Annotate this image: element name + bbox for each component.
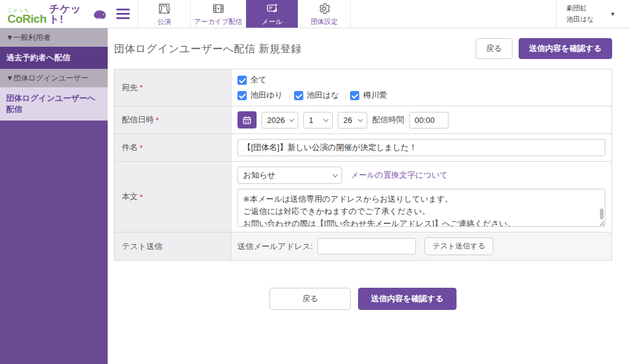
chevron-down-icon [332, 172, 337, 177]
test-send-button[interactable]: テスト送信する [425, 237, 493, 255]
recipient-checkbox-user-2[interactable]: 池田はな [294, 90, 340, 101]
chevron-down-icon [323, 117, 328, 122]
confirm-send-button-top[interactable]: 送信内容を確認する [519, 38, 612, 59]
checkbox-checked-icon[interactable] [237, 76, 247, 85]
template-select[interactable]: お知らせ [237, 167, 342, 184]
film-icon [212, 2, 225, 15]
user-group-name: 劇団虹 [567, 3, 594, 14]
body-row: 本文* お知らせ メールの置換文字について ※本メールは送信専用のアドレスからお… [114, 162, 612, 232]
mail-icon [265, 2, 279, 15]
textarea-scrollbar-thumb[interactable] [600, 208, 604, 220]
required-mark: * [140, 143, 143, 152]
calendar-picker-button[interactable] [237, 111, 257, 129]
main-nav: 公演 アーカイブ配信 メール 団体設定 [138, 0, 351, 28]
checkbox-checked-icon[interactable] [350, 91, 359, 100]
recipient-checkbox-user-3[interactable]: 樽川愛 [350, 90, 387, 101]
tab-performances[interactable]: 公演 [138, 0, 191, 28]
test-send-label: テスト送信 [114, 232, 231, 260]
body-textarea[interactable]: ※本メールは送信専用のアドレスからお送りしています。 ご返信には対応できかねます… [237, 189, 605, 227]
chevron-down-icon [289, 117, 294, 122]
datetime-row: 配信日時* 2026 [114, 106, 612, 134]
top-bar: こりっち CoRich チケット! 公演 [0, 0, 630, 28]
tab-label: 公演 [158, 17, 171, 26]
tab-label: アーカイブ配信 [194, 17, 242, 26]
month-select[interactable]: 1 [303, 112, 333, 129]
subject-row: 件名* [114, 134, 612, 162]
checkbox-checked-icon[interactable] [237, 91, 247, 100]
logo-product: チケット! [49, 4, 89, 25]
tab-label: 団体設定 [311, 17, 338, 26]
calendar-icon [242, 115, 252, 125]
recipient-checkbox-user-1[interactable]: 池田ゆり [237, 90, 283, 101]
curtain-icon [158, 2, 171, 15]
tab-mail[interactable]: メール [246, 0, 298, 28]
main-content: 団体ログインユーザーへ配信 新規登録 戻る 送信内容を確認する 宛先* [108, 28, 630, 364]
page-title: 団体ログインユーザーへ配信 新規登録 [114, 42, 302, 56]
dropdown-caret-icon: ▼ [610, 11, 616, 17]
sidebar-section-group-login-users: ▼団体ログインユーザー [0, 69, 108, 87]
recipient-label: 宛先* [114, 69, 231, 106]
datetime-label: 配信日時* [114, 106, 231, 133]
back-button-top[interactable]: 戻る [476, 38, 512, 59]
user-name: 池田はな [567, 14, 594, 25]
year-select[interactable]: 2026 [261, 112, 298, 129]
test-email-label: 送信メールアドレス: [237, 241, 313, 252]
replacement-chars-link[interactable]: メールの置換文字について [351, 170, 448, 181]
mascot-hedgehog-icon [93, 8, 108, 20]
day-select[interactable]: 26 [338, 112, 367, 129]
sidebar-item-past-reservers[interactable]: 過去予約者へ配信 [0, 47, 108, 69]
sidebar: ▼一般利用者 過去予約者へ配信 ▼団体ログインユーザー 団体ログインユーザーへ配… [0, 28, 108, 364]
hamburger-menu-button[interactable] [108, 0, 138, 28]
checkbox-checked-icon[interactable] [294, 91, 303, 100]
required-mark: * [156, 116, 159, 125]
corich-logo[interactable]: こりっち CoRich チケット! [0, 0, 108, 28]
back-button-bottom[interactable]: 戻る [269, 288, 351, 310]
tab-group-settings[interactable]: 団体設定 [298, 0, 351, 28]
delivery-time-label: 配信時間 [372, 114, 404, 125]
test-email-input[interactable] [317, 238, 416, 255]
required-mark: * [140, 192, 143, 202]
confirm-send-button-bottom[interactable]: 送信内容を確認する [358, 288, 457, 310]
tab-archive-streaming[interactable]: アーカイブ配信 [191, 0, 246, 28]
logo-brand: CoRich [7, 12, 47, 25]
sidebar-item-group-login-users-delivery[interactable]: 団体ログインユーザーへ配信 [0, 87, 108, 121]
gear-icon [317, 2, 331, 15]
body-label: 本文* [114, 162, 231, 232]
delivery-form: 宛先* 全て 池田ゆり [114, 69, 612, 261]
test-send-row: テスト送信 送信メールアドレス: テスト送信する [114, 232, 612, 260]
logo-furigana: こりっち [7, 8, 47, 12]
recipient-checkbox-all[interactable]: 全て [237, 74, 266, 85]
tab-label: メール [261, 17, 282, 26]
recipient-row: 宛先* 全て 池田ゆり [114, 69, 612, 106]
subject-input[interactable] [237, 139, 605, 156]
subject-label: 件名* [114, 134, 231, 161]
delivery-time-input[interactable] [409, 112, 449, 129]
required-mark: * [140, 83, 143, 92]
chevron-down-icon [357, 117, 362, 122]
sidebar-section-general-users: ▼一般利用者 [0, 28, 108, 47]
user-menu[interactable]: 劇団虹 池田はな ▼ [556, 0, 630, 28]
